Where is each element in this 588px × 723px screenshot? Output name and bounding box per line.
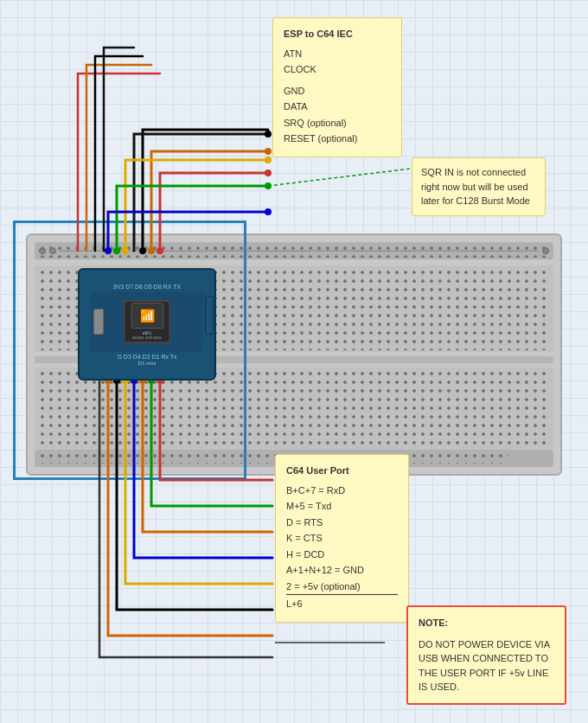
user-l6: L+6	[286, 597, 398, 611]
user-rxd: B+C+7 = RxD	[286, 483, 398, 498]
svg-point-16	[265, 157, 272, 163]
svg-point-15	[265, 131, 272, 138]
user-dcd: H = DCD	[286, 547, 398, 562]
iec-srq: SRQ (optional)	[284, 116, 391, 131]
svg-point-17	[265, 182, 272, 189]
iec-gnd: GND	[284, 84, 391, 99]
iec-note-title: ESP to C64 IEC	[284, 27, 391, 42]
warning-note-box: NOTE: DO NOT POWER DEVICE VIA USB WHEN C…	[406, 605, 566, 705]
svg-point-18	[265, 208, 272, 215]
warning-title: NOTE:	[419, 616, 554, 630]
sqr-note-text: SQR IN is not connected right now but wi…	[421, 167, 530, 206]
svg-line-19	[268, 169, 411, 186]
iec-clock: CLOCK	[284, 62, 391, 77]
user-5v: 2 = +5v (optional)	[286, 579, 398, 596]
user-port-title: C64 User Port	[286, 464, 398, 478]
user-cts: K = CTS	[286, 531, 398, 546]
esp-module: 3V3 D7 D6 D5 D8 RX TX 📶 eM's MODEL ESP-8…	[78, 268, 216, 381]
user-gnd: A+1+N+12 = GND	[286, 563, 398, 578]
iec-data: DATA	[284, 99, 391, 114]
esp-model: D1 mini	[138, 361, 156, 366]
user-port-note-box: C64 User Port B+C+7 = RxD M+5 = Txd D = …	[275, 454, 409, 623]
user-rts: D = RTS	[286, 515, 398, 530]
user-txd: M+5 = Txd	[286, 499, 398, 514]
esp-top-label: 3V3 D7 D6 D5 D8 RX TX	[113, 284, 181, 290]
iec-reset: RESET (optional)	[284, 131, 391, 146]
sqr-note-box: SQR IN is not connected right now but wi…	[412, 157, 546, 216]
svg-point-13	[265, 170, 272, 176]
esp-bottom-label: G D3 D4 D2 D1 Rx Tx	[117, 354, 176, 360]
iec-note-box: ESP to C64 IEC ATN CLOCK GND DATA SRQ (o…	[272, 17, 402, 157]
svg-point-14	[265, 148, 272, 155]
iec-atn: ATN	[284, 47, 391, 61]
warning-text: DO NOT POWER DEVICE VIA USB WHEN CONNECT…	[419, 637, 554, 694]
